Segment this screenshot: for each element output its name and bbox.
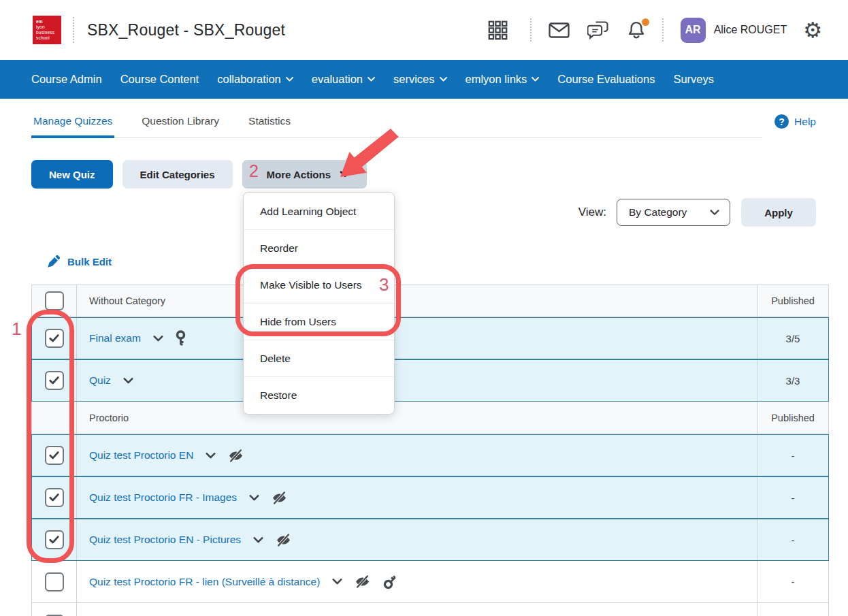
menu-item-delete[interactable]: Delete	[244, 340, 394, 376]
menu-item-reorder[interactable]: Reorder	[244, 229, 394, 266]
published-value: 3/5	[757, 318, 828, 359]
published-column-header: Published	[757, 402, 828, 434]
pencil-icon	[46, 254, 61, 270]
quiz-name-cell: Quiz test Proctorio FR - Images	[77, 477, 757, 518]
annotation-step-2-number: 2	[249, 163, 259, 180]
tab-statistics[interactable]: Statistics	[246, 108, 293, 138]
chevron-down-icon[interactable]	[253, 537, 263, 543]
logo-text-line: school	[36, 35, 61, 41]
help-label: Help	[794, 116, 816, 128]
checkbox-cell	[32, 603, 77, 616]
table-category-row: Without CategoryPublished	[31, 285, 829, 317]
quiz-name-cell: Quiz	[77, 360, 757, 401]
table-row-partial	[31, 603, 829, 616]
quiz-link-quiz-test-proctorio-en-pictures[interactable]: Quiz test Proctorio EN - Pictures	[89, 534, 241, 546]
annotation-step-1-number: 1	[12, 320, 21, 338]
eye-off-icon	[228, 449, 244, 462]
annotation-arrow	[335, 128, 400, 184]
divider	[662, 18, 664, 42]
chevron-down-icon[interactable]	[153, 336, 163, 342]
eye-off-icon	[276, 534, 291, 547]
gear-icon[interactable]: ⚙	[803, 20, 822, 41]
more-actions-label: More Actions	[267, 169, 331, 180]
quiz-name-cell: Quiz test Proctorio EN - Pictures	[77, 519, 757, 560]
eye-off-icon	[272, 491, 287, 504]
logo-text-line: em	[36, 19, 61, 25]
chevron-down-icon[interactable]	[332, 579, 342, 585]
quiz-checkbox-quiz-test-proctorio-fr-lien-surveill-distance[interactable]	[45, 572, 64, 591]
published-value: -	[757, 477, 828, 518]
view-select-value: By Category	[629, 206, 687, 218]
nav-item-course-evaluations[interactable]: Course Evaluations	[557, 73, 655, 86]
chevron-down-icon	[440, 77, 447, 82]
category-label: Without Category	[89, 295, 165, 306]
divider	[73, 17, 74, 43]
quiz-name-cell	[77, 603, 757, 616]
top-bar-actions: AR Alice ROUGET ⚙	[488, 18, 822, 43]
new-quiz-button[interactable]: New Quiz	[31, 160, 113, 189]
category-cell: Without Category	[77, 285, 757, 317]
table-row: Quiz test Proctorio FR - Images-	[31, 476, 829, 519]
divider	[530, 18, 532, 42]
mail-icon[interactable]	[549, 22, 570, 38]
checkbox-cell	[32, 561, 77, 602]
chevron-down-icon[interactable]	[249, 495, 259, 501]
category-cell: Proctorio	[77, 402, 757, 434]
quiz-name-cell: Quiz test Proctorio EN	[77, 435, 757, 476]
quiz-link-final-exam[interactable]: Final exam	[89, 332, 141, 344]
published-value: -	[757, 435, 828, 476]
bulk-edit-link[interactable]: Bulk Edit	[46, 254, 112, 270]
nav-item-surveys[interactable]: Surveys	[673, 73, 714, 86]
quiz-name-cell: Final exam	[77, 318, 757, 359]
chevron-down-icon	[710, 210, 719, 216]
published-value: 3/3	[757, 360, 828, 401]
apply-button[interactable]: Apply	[741, 198, 816, 227]
view-label: View:	[578, 206, 606, 219]
published-column-header: Published	[757, 285, 828, 317]
nav-item-collaboration[interactable]: collaboration	[217, 73, 293, 86]
quiz-table: Without CategoryPublishedFinal exam3/5Qu…	[31, 285, 829, 616]
annotation-step-3-box	[235, 264, 401, 336]
edit-categories-button[interactable]: Edit Categories	[123, 160, 233, 189]
view-controls: View: By Category Apply	[0, 198, 816, 227]
quiz-link-quiz[interactable]: Quiz	[89, 374, 111, 387]
nav-item-evaluation[interactable]: evaluation	[312, 73, 375, 86]
nav-item-course-admin[interactable]: Course Admin	[31, 73, 102, 86]
quiz-link-quiz-test-proctorio-fr-lien-surveill-distance[interactable]: Quiz test Proctorio FR - lien (Surveillé…	[89, 576, 320, 588]
nav-item-course-content[interactable]: Course Content	[120, 73, 199, 86]
user-name: Alice ROUGET	[714, 24, 787, 36]
top-bar: emlyonbusinessschool SBX_Rouget - SBX_Ro…	[0, 0, 848, 60]
user-avatar[interactable]: AR	[681, 18, 706, 43]
quiz-link-quiz-test-proctorio-en[interactable]: Quiz test Proctorio EN	[89, 449, 193, 461]
table-row: Quiz test Proctorio FR - lien (Surveillé…	[31, 561, 829, 603]
category-label: Proctorio	[89, 412, 129, 423]
tab-question-library[interactable]: Question Library	[140, 108, 221, 138]
menu-item-restore[interactable]: Restore	[244, 376, 394, 413]
chevron-down-icon[interactable]	[206, 453, 216, 459]
chevron-down-icon	[368, 77, 375, 82]
notification-dot	[642, 18, 649, 26]
quiz-toolbar: New Quiz Edit Categories More Actions	[31, 160, 848, 189]
chat-icon[interactable]	[587, 21, 608, 39]
notifications-bell-icon[interactable]	[626, 20, 647, 40]
select-all-checkbox[interactable]	[45, 291, 64, 310]
annotation-step-1-box	[27, 310, 74, 563]
bulk-edit-label: Bulk Edit	[67, 256, 112, 268]
tabs-row: Manage QuizzesQuestion LibraryStatistics…	[0, 108, 848, 138]
logo-text-line: lyon	[36, 25, 61, 30]
quiz-link-quiz-test-proctorio-fr-images[interactable]: Quiz test Proctorio FR - Images	[89, 491, 237, 504]
eye-off-icon	[355, 575, 370, 588]
view-select[interactable]: By Category	[617, 199, 730, 226]
help-link[interactable]: ? Help	[774, 114, 816, 129]
menu-item-add-learning-object[interactable]: Add Learning Object	[244, 193, 394, 229]
tab-manage-quizzes[interactable]: Manage Quizzes	[31, 108, 114, 138]
annotation-step-3-number: 3	[379, 276, 389, 293]
course-title: SBX_Rouget - SBX_Rouget	[87, 21, 285, 39]
chevron-down-icon[interactable]	[123, 378, 133, 384]
nav-item-services[interactable]: services	[393, 73, 447, 86]
app-switcher-icon[interactable]	[488, 20, 508, 40]
emlyon-logo[interactable]: emlyonbusinessschool	[33, 16, 61, 44]
table-row: Final exam3/5	[31, 317, 829, 359]
nav-item-emlyon-links[interactable]: emlyon links	[466, 73, 540, 86]
published-value: -	[757, 561, 828, 602]
